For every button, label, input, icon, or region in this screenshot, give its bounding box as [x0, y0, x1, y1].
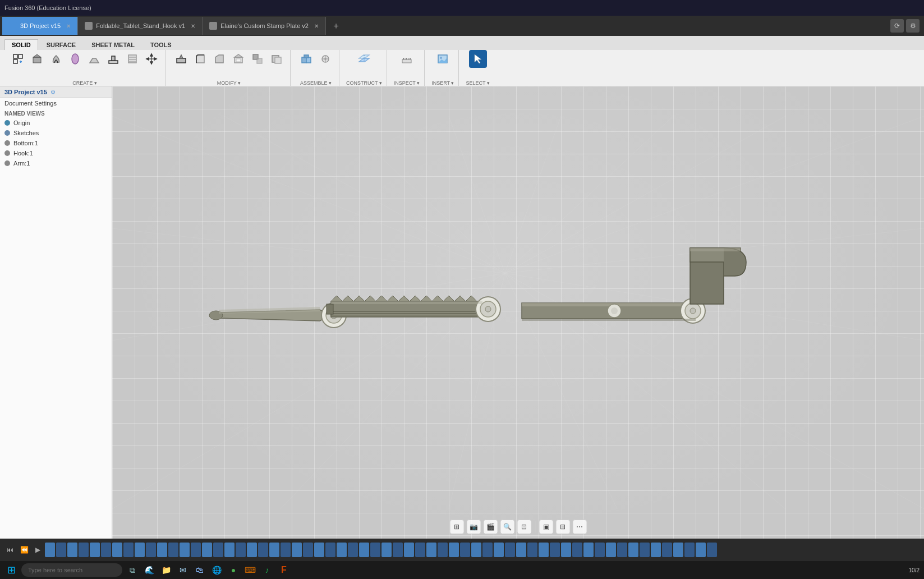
frame-54[interactable] — [640, 543, 650, 557]
frame-4[interactable] — [79, 543, 89, 557]
frame-22[interactable] — [281, 543, 291, 557]
frame-35[interactable] — [426, 543, 436, 557]
frame-15[interactable] — [202, 543, 212, 557]
insert-image-btn[interactable] — [434, 50, 452, 68]
frame-33[interactable] — [404, 543, 414, 557]
new-tab-button[interactable]: ＋ — [328, 18, 344, 34]
taskbar-search-input[interactable] — [21, 563, 122, 577]
scale-btn[interactable] — [249, 50, 266, 68]
extrude-btn[interactable] — [28, 50, 46, 68]
project-settings-icon[interactable]: ⚙ — [50, 89, 56, 95]
frame-13[interactable] — [180, 543, 190, 557]
frame-7[interactable] — [112, 543, 122, 557]
sweep-btn[interactable] — [66, 50, 84, 68]
windows-start-button[interactable]: ⊞ — [4, 563, 18, 577]
joint-btn[interactable] — [316, 50, 334, 68]
frame-24[interactable] — [303, 543, 313, 557]
frame-9[interactable] — [135, 543, 145, 557]
document-settings-item[interactable]: Document Settings — [0, 98, 112, 108]
frame-2[interactable] — [56, 543, 66, 557]
frame-3[interactable] — [67, 543, 77, 557]
frame-50[interactable] — [595, 543, 605, 557]
frame-10[interactable] — [146, 543, 156, 557]
frame-38[interactable] — [460, 543, 470, 557]
rib-btn[interactable] — [104, 50, 122, 68]
frame-8[interactable] — [123, 543, 134, 557]
frame-21[interactable] — [269, 543, 279, 557]
frame-27[interactable] — [337, 543, 347, 557]
toolbar-tab-sheetmetal[interactable]: SHEET METAL — [84, 39, 142, 50]
sidebar-item-sketches[interactable]: Sketches — [0, 128, 112, 138]
measure-btn[interactable] — [398, 50, 416, 68]
sidebar-item-hook1[interactable]: Hook:1 — [0, 148, 112, 158]
frame-57[interactable] — [673, 543, 683, 557]
combine-btn[interactable] — [268, 50, 286, 68]
loft-btn[interactable] — [85, 50, 103, 68]
frame-60[interactable] — [707, 543, 717, 557]
offset-plane-btn[interactable] — [355, 50, 373, 68]
frame-40[interactable] — [482, 543, 493, 557]
tab-foldable[interactable]: Foldable_Tablet_Stand_Hook v1 ✕ — [78, 17, 203, 35]
sidebar-item-arm1[interactable]: Arm:1 — [0, 158, 112, 168]
create-sketch-btn[interactable] — [9, 50, 27, 68]
frame-52[interactable] — [617, 543, 627, 557]
taskbar-music-icon[interactable]: ♪ — [260, 563, 274, 577]
frame-29[interactable] — [359, 543, 369, 557]
frame-17[interactable] — [224, 543, 235, 557]
frame-11[interactable] — [157, 543, 167, 557]
frame-30[interactable] — [370, 543, 380, 557]
frame-46[interactable] — [550, 543, 560, 557]
frame-55[interactable] — [651, 543, 661, 557]
canvas-area[interactable]: ⊞ 📷 🎬 🔍 ⊡ ▣ ⊟ ⋯ — [112, 86, 924, 539]
frame-12[interactable] — [168, 543, 178, 557]
frame-26[interactable] — [325, 543, 335, 557]
tab-close-foldable[interactable]: ✕ — [191, 23, 195, 29]
tab-close-stamp[interactable]: ✕ — [314, 23, 319, 29]
taskbar-code-icon[interactable]: ⌨ — [243, 563, 257, 577]
timeline-rewind-btn[interactable]: ⏮ — [4, 545, 16, 555]
frame-59[interactable] — [696, 543, 706, 557]
frame-43[interactable] — [516, 543, 526, 557]
timeline-play-btn[interactable]: ▶ — [33, 545, 43, 555]
taskbar-mail-icon[interactable]: ✉ — [176, 563, 190, 577]
tab-close-3d[interactable]: ✕ — [66, 23, 71, 29]
zoom-fit-btn[interactable]: ⊡ — [517, 520, 531, 534]
frame-32[interactable] — [393, 543, 403, 557]
frame-47[interactable] — [561, 543, 571, 557]
frame-45[interactable] — [539, 543, 549, 557]
thread-btn[interactable] — [123, 50, 141, 68]
taskbar-files-icon[interactable]: 📁 — [159, 563, 173, 577]
sidebar-item-origin[interactable]: Origin — [0, 118, 112, 128]
frame-36[interactable] — [438, 543, 448, 557]
frame-56[interactable] — [662, 543, 672, 557]
tab-3d-project[interactable]: 3D Project v15 ✕ — [2, 17, 78, 35]
taskbar-chrome-icon[interactable]: ● — [227, 563, 240, 577]
frame-53[interactable] — [628, 543, 638, 557]
frame-18[interactable] — [236, 543, 246, 557]
frame-5[interactable] — [90, 543, 100, 557]
frame-19[interactable] — [247, 543, 257, 557]
grid-display-btn[interactable]: ⊞ — [449, 520, 464, 534]
frame-58[interactable] — [684, 543, 695, 557]
frame-20[interactable] — [258, 543, 268, 557]
frame-16[interactable] — [213, 543, 223, 557]
tab-stamp[interactable]: Elaine's Custom Stamp Plate v2 ✕ — [203, 17, 326, 35]
toolbar-tab-tools[interactable]: TOOLS — [143, 39, 179, 50]
frame-42[interactable] — [505, 543, 515, 557]
frame-49[interactable] — [583, 543, 594, 557]
revolve-btn[interactable] — [47, 50, 65, 68]
taskbar-store-icon[interactable]: 🛍 — [193, 563, 206, 577]
frame-6[interactable] — [101, 543, 111, 557]
frame-25[interactable] — [314, 543, 324, 557]
settings-button[interactable]: ⚙ — [906, 19, 920, 33]
zoom-in-btn[interactable]: 🔍 — [500, 520, 514, 534]
shell-btn[interactable] — [229, 50, 247, 68]
press-pull-btn[interactable] — [172, 50, 190, 68]
sidebar-item-bottom1[interactable]: Bottom:1 — [0, 138, 112, 148]
timeline-prev-btn[interactable]: ⏪ — [18, 545, 31, 555]
view-mode-btn2[interactable]: ⊟ — [555, 520, 570, 534]
render-btn[interactable]: 🎬 — [483, 520, 498, 534]
move-btn[interactable] — [142, 50, 160, 68]
taskbar-network-icon[interactable]: 🌐 — [210, 563, 223, 577]
chamfer-btn[interactable] — [210, 50, 228, 68]
